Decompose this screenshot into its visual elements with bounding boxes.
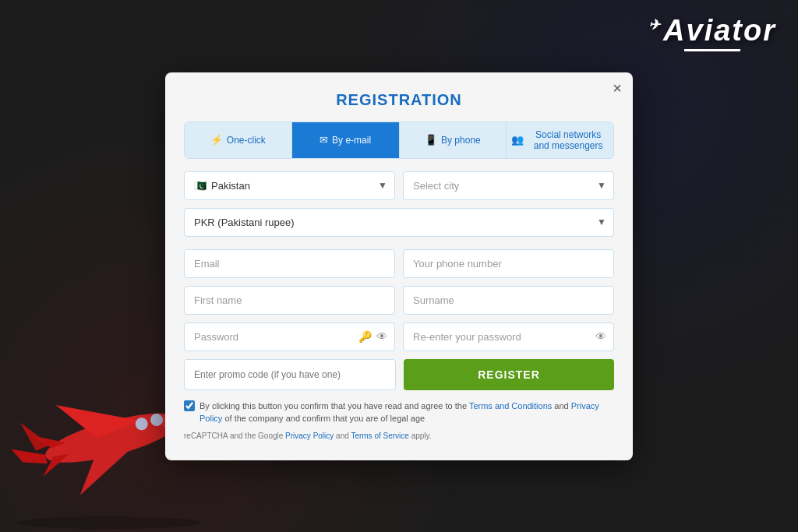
register-button[interactable]: REGISTER bbox=[404, 359, 614, 390]
password-wrapper: 🔑 👁 bbox=[184, 322, 395, 351]
phone-icon: 📱 bbox=[425, 134, 437, 146]
surname-field[interactable] bbox=[403, 286, 614, 315]
recaptcha-text: reCAPTCHA and the Google Privacy Policy … bbox=[184, 430, 614, 442]
eye-icon[interactable]: 👁 bbox=[376, 330, 387, 343]
city-select-wrapper: Select city ▼ bbox=[403, 171, 614, 200]
city-select[interactable]: Select city ▼ bbox=[403, 171, 614, 200]
repassword-icons: 👁 bbox=[595, 330, 606, 343]
terms-section: By clicking this button you confirm that… bbox=[184, 400, 614, 442]
repassword-field[interactable] bbox=[403, 322, 614, 351]
currency-row: PKR (Pakistani rupee) ▼ bbox=[184, 208, 614, 237]
aviator-logo: ✈Aviator bbox=[648, 14, 776, 51]
promo-field[interactable] bbox=[184, 359, 396, 390]
social-icon: 👥 bbox=[511, 134, 524, 146]
terms-link[interactable]: Terms and Conditions bbox=[469, 401, 552, 410]
name-row bbox=[184, 286, 614, 315]
tab-social[interactable]: 👥 Social networks and messengers bbox=[507, 122, 613, 158]
email-icon: ✉ bbox=[320, 134, 328, 146]
country-flag: 🇵🇰 bbox=[194, 180, 207, 192]
close-button[interactable]: × bbox=[613, 80, 622, 96]
currency-select-wrapper: PKR (Pakistani rupee) ▼ bbox=[184, 208, 614, 237]
tab-by-phone[interactable]: 📱 By phone bbox=[400, 122, 507, 158]
phone-field[interactable] bbox=[403, 249, 614, 278]
email-phone-row bbox=[184, 249, 614, 278]
registration-tabs: ⚡ One-click ✉ By e-mail 📱 By phone 👥 Soc… bbox=[184, 122, 614, 159]
registration-modal: × REGISTRATION ⚡ One-click ✉ By e-mail 📱… bbox=[165, 72, 633, 460]
repassword-wrapper: 👁 bbox=[403, 322, 614, 351]
country-select-wrapper: 🇵🇰 Pakistan ▼ bbox=[184, 171, 395, 200]
recaptcha-tos-link[interactable]: Terms of Service bbox=[351, 432, 408, 440]
chevron-down-icon: ▼ bbox=[597, 180, 606, 191]
key-icon[interactable]: 🔑 bbox=[358, 330, 372, 343]
terms-row: By clicking this button you confirm that… bbox=[184, 400, 614, 425]
firstname-field[interactable] bbox=[184, 286, 395, 315]
country-select[interactable]: 🇵🇰 Pakistan ▼ bbox=[184, 171, 395, 200]
svg-point-7 bbox=[16, 516, 203, 529]
recaptcha-privacy-link[interactable]: Privacy Policy bbox=[285, 432, 334, 440]
terms-checkbox[interactable] bbox=[184, 400, 195, 411]
email-field[interactable] bbox=[184, 249, 395, 278]
lightning-icon: ⚡ bbox=[210, 134, 223, 146]
password-icons: 🔑 👁 bbox=[358, 330, 387, 343]
eye-icon[interactable]: 👁 bbox=[595, 330, 606, 343]
chevron-down-icon: ▼ bbox=[597, 217, 606, 227]
modal-title: REGISTRATION bbox=[184, 91, 614, 109]
password-row: 🔑 👁 👁 bbox=[184, 322, 614, 351]
tab-by-email[interactable]: ✉ By e-mail bbox=[292, 122, 400, 158]
terms-text: By clicking this button you confirm that… bbox=[200, 400, 614, 425]
currency-select[interactable]: PKR (Pakistani rupee) ▼ bbox=[184, 208, 614, 237]
promo-register-row: REGISTER bbox=[184, 359, 614, 390]
country-city-row: 🇵🇰 Pakistan ▼ Select city ▼ bbox=[184, 171, 614, 200]
tab-one-click[interactable]: ⚡ One-click bbox=[185, 122, 292, 158]
